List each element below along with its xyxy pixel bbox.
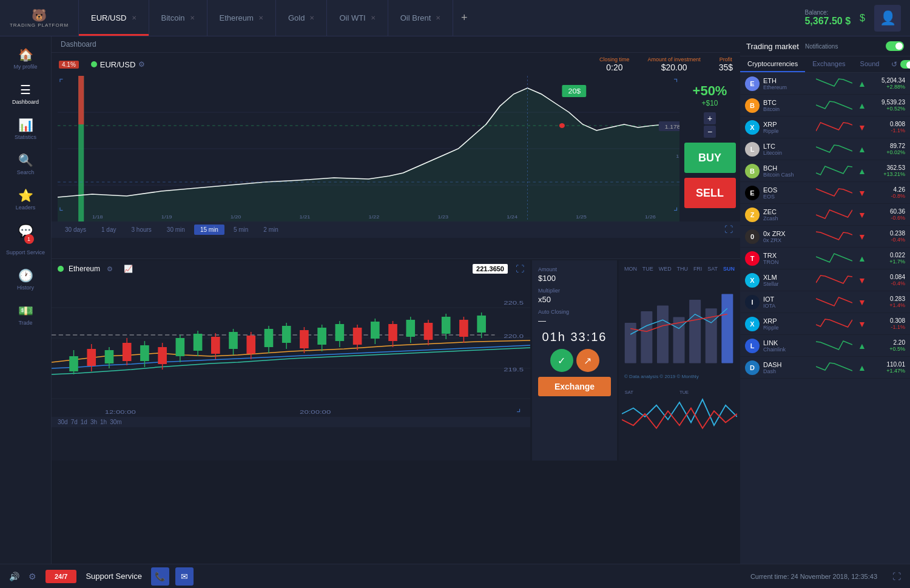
stat-profit: Profit 35$ [719,56,733,72]
crypto-item[interactable]: E ETH Ethereum ▲ 5,204.34 +2.88% [740,73,910,95]
period-30min[interactable]: 30 min [161,225,191,235]
svg-rect-43 [158,347,167,364]
candle-expand-icon[interactable]: ⛶ [516,264,524,274]
chart-expand-tl[interactable]: ⌜ [59,77,64,89]
check-button[interactable]: ✓ [550,349,573,372]
sidebar-item-support[interactable]: 💬 1 Support Service [1,218,50,260]
zoom-out-button[interactable]: − [704,126,716,138]
crypto-icon: Z [745,208,760,222]
period-3h-candle[interactable]: 3h [90,419,97,425]
period-30days[interactable]: 30 days [59,225,92,235]
chart-day-wed: WED [659,266,672,272]
exchange-arrow-button[interactable]: ↗ [576,349,599,372]
chart-fullscreen-icon[interactable]: ⛶ [724,225,733,235]
crypto-item[interactable]: X XRP Ripple ▼ 0.808 -1.1% [740,117,910,138]
crypto-item[interactable]: T TRX TRON ▲ 0.022 +1.7% [740,248,910,269]
period-1d[interactable]: 1d [81,419,87,425]
chart-expand-tr[interactable]: ⌝ [673,77,678,89]
period-30d[interactable]: 30d [58,419,68,425]
svg-rect-35 [87,349,96,366]
email-button[interactable]: ✉ [175,567,194,586]
crypto-item[interactable]: E EOS EOS ▼ 4.26 -0.8% [740,182,910,204]
exchange-button[interactable]: Exchange [538,377,611,396]
svg-rect-47 [194,334,203,351]
tab-eurusd[interactable]: EUR/USD ✕ [79,0,149,36]
crypto-change-pct: +0.02% [872,149,905,155]
buy-button[interactable]: BUY [684,143,736,173]
tab-gold[interactable]: Gold ✕ [276,0,327,36]
sidebar-item-history[interactable]: 🕐 History [1,263,50,296]
tab-close-oilwti[interactable]: ✕ [371,15,376,21]
tab-oilbrent[interactable]: Oil Brent ✕ [388,0,454,36]
sparkline-chart [816,98,852,113]
crypto-change-pct: +0.5% [872,346,905,352]
sell-button[interactable]: SELL [684,178,736,208]
tab-close-oilbrent[interactable]: ✕ [436,15,440,21]
crypto-change-pct: +1.4% [872,302,905,308]
crypto-item[interactable]: Z ZEC Zcash ▼ 60.36 -0.6% [740,204,910,226]
crypto-name-block: BCH Bitcoin Cash [763,164,812,178]
line-chart-icon[interactable]: 📈 [124,265,133,273]
tab-sound[interactable]: Sound [853,56,887,72]
tab-exchanges[interactable]: Exchanges [805,56,852,72]
right-panel-toggle[interactable] [900,60,910,69]
crypto-item[interactable]: B BCH Bitcoin Cash ▲ 362.53 +13.21% [740,160,910,182]
sidebar-item-dashboard[interactable]: ☰ Dashboard [1,78,50,110]
crypto-item[interactable]: D DASH Dash ▲ 110.01 +1.47% [740,357,910,379]
period-15min[interactable]: 15 min [194,225,224,235]
tab-ethereum[interactable]: Ethereum ✕ [207,0,276,36]
user-avatar[interactable]: 👤 [874,5,901,32]
crypto-item[interactable]: L LTC Litecoin ▲ 89.72 +0.02% [740,138,910,160]
tab-close-gold[interactable]: ✕ [309,15,314,21]
chart-expand-bl[interactable]: ⌞ [59,201,64,212]
crypto-item[interactable]: B BTC Bitcoin ▲ 9,539.23 +0.52% [740,95,910,117]
candle-settings-icon[interactable]: ⚙ [107,265,113,273]
candle-indicator [58,266,64,272]
tab-close-bitcoin[interactable]: ✕ [190,15,195,21]
crypto-item[interactable]: X XLM Stellar ▼ 0.084 -0.4% [740,269,910,291]
svg-text:1/18: 1/18 [92,214,103,220]
zoom-in-button[interactable]: + [704,112,716,124]
period-30m[interactable]: 30m [110,419,121,425]
add-tab-button[interactable]: + [453,12,475,24]
crypto-name-block: ETH Ethereum [763,77,812,90]
home-icon: 🏠 [18,47,33,62]
notifications-toggle[interactable] [886,41,904,51]
candle-type-buttons: 📈 [124,265,133,273]
sidebar-item-statistics[interactable]: 📊 Statistics [1,113,50,145]
fullscreen-icon[interactable]: ⛶ [892,572,901,581]
candle-expand-br[interactable]: ⌟ [516,402,521,414]
sidebar-item-profile[interactable]: 🏠 My profile [1,42,50,75]
tab-close-ethereum[interactable]: ✕ [258,15,263,21]
period-5min[interactable]: 5 min [228,225,254,235]
tab-oilwti[interactable]: Oil WTI ✕ [327,0,388,36]
tab-cryptocurrencies[interactable]: Cryptocurrencies [740,56,805,72]
bar-chart-panel: MON TUE WED THU FRI SAT SUN [619,260,740,461]
settings-icon[interactable]: ⚙ [29,572,36,581]
tab-bitcoin[interactable]: Bitcoin ✕ [149,0,207,36]
sidebar-item-trade[interactable]: 💵 Trade [1,299,50,331]
sidebar-item-search[interactable]: 🔍 Search [1,148,50,180]
period-2min[interactable]: 2 min [257,225,284,235]
chart-settings-icon[interactable]: ⚙ [138,60,145,69]
svg-text:SAT: SAT [625,390,634,395]
period-7d[interactable]: 7d [71,419,78,425]
crypto-item[interactable]: X XRP Ripple ▼ 0.308 -1.1% [740,313,910,335]
sidebar-item-leaders[interactable]: ⭐ Leaders [1,183,50,215]
phone-button[interactable]: 📞 [151,567,169,586]
svg-text:1/25: 1/25 [576,214,587,220]
crypto-item[interactable]: 0 0x ZRX 0x ZRX ▼ 0.238 -0.4% [740,226,910,248]
crypto-item[interactable]: I IOT IOTA ▼ 0.283 +1.4% [740,291,910,313]
period-1day[interactable]: 1 day [95,225,122,235]
sound-icon[interactable]: 🔊 [9,572,19,581]
right-panel-refresh[interactable]: ↺ [891,60,897,69]
tab-close-eurusd[interactable]: ✕ [132,15,136,21]
content-area: Dashboard 4.1% EUR/USD ⚙ Closing time 0:… [52,36,740,564]
period-3h[interactable]: 3 hours [126,225,158,235]
crypto-symbol: ZEC [763,208,812,215]
chart-expand-br[interactable]: ⌟ [673,201,678,212]
crypto-item[interactable]: L LINK Chainlink ▲ 2.20 +0.5% [740,335,910,357]
svg-rect-84 [657,306,669,363]
crypto-change-arrow: ▲ [856,143,868,155]
period-1h[interactable]: 1h [100,419,107,425]
